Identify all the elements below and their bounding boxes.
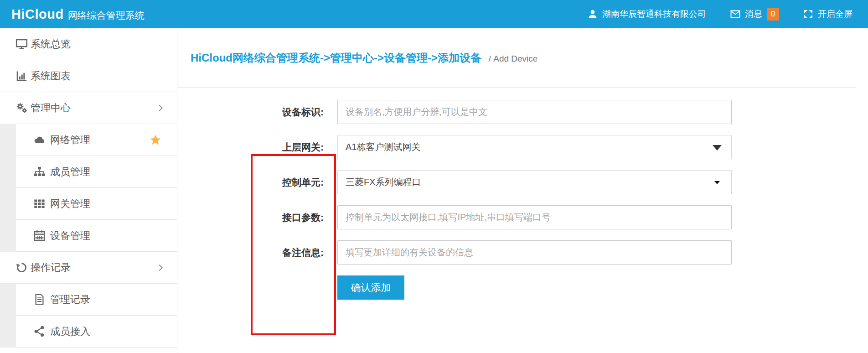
sidebar-item-network-management[interactable]: 网络管理 xyxy=(0,124,177,156)
app-logo[interactable]: HiCloud 网络综合管理系统 xyxy=(0,7,145,22)
header-right-group: 湖南华辰智通科技有限公司 消息 0 开启全屏 xyxy=(563,8,868,21)
fullscreen-icon xyxy=(803,9,814,20)
breadcrumb-suffix: / Add Device xyxy=(489,54,538,63)
share-icon xyxy=(33,325,46,337)
remarks-label: 备注信息: xyxy=(177,246,337,259)
sidebar-item-member-access[interactable]: 成员接入 xyxy=(0,316,177,348)
account-menu[interactable]: 湖南华辰智通科技有限公司 xyxy=(587,8,706,20)
user-icon xyxy=(587,9,598,20)
sidebar-item-label: 设备管理 xyxy=(50,229,90,243)
breadcrumb-bar: HiCloud网络综合管理系统->管理中心->设备管理->添加设备 / Add … xyxy=(177,28,856,88)
interface-params-label: 接口参数: xyxy=(177,211,337,224)
app-title-rest: 网络综合管理系统 xyxy=(68,9,145,22)
breadcrumb[interactable]: HiCloud网络综合管理系统->管理中心->设备管理->添加设备 / Add … xyxy=(191,51,537,65)
sidebar-item-label: 系统总览 xyxy=(31,37,71,51)
sidebar-item-label: 管理中心 xyxy=(31,101,71,115)
fullscreen-label: 开启全屏 xyxy=(818,8,852,20)
chevron-down-icon xyxy=(713,145,722,151)
sidebar-item-admin-center[interactable]: 管理中心 xyxy=(0,92,177,124)
device-id-label: 设备标识: xyxy=(177,106,337,119)
form-row-upper-gateway: 上层网关: A1栋客户测试网关 xyxy=(177,135,868,159)
star-icon[interactable] xyxy=(150,134,161,146)
sidebar-item-gateway-management[interactable]: 网关管理 xyxy=(0,188,177,220)
cloud-icon xyxy=(33,134,46,146)
company-name: 湖南华辰智通科技有限公司 xyxy=(602,8,706,20)
message-count-badge: 0 xyxy=(767,8,779,21)
bar-chart-icon xyxy=(16,70,28,82)
sidebar-item-operation-records[interactable]: 操作记录 xyxy=(0,252,177,284)
sidebar-item-label: 网络管理 xyxy=(50,133,90,147)
app-title-bold: HiCloud xyxy=(11,7,64,22)
form-row-control-unit: 控制单元: 三菱FX系列编程口 xyxy=(177,170,868,194)
history-icon xyxy=(16,261,28,274)
control-unit-value: 三菱FX系列编程口 xyxy=(346,176,421,188)
remarks-input[interactable] xyxy=(337,240,732,265)
submit-row: 确认添加 xyxy=(337,275,868,300)
sidebar-item-label: 管理记录 xyxy=(50,293,90,306)
chevron-right-icon xyxy=(156,263,165,272)
chevron-down-icon xyxy=(714,181,720,184)
sidebar-item-label: 成员接入 xyxy=(50,325,90,338)
messages-label: 消息 xyxy=(745,8,762,20)
sidebar-item-system-overview[interactable]: 系统总览 xyxy=(0,28,177,60)
sidebar-item-label: 操作记录 xyxy=(31,261,71,275)
sidebar-item-device-management[interactable]: 设备管理 xyxy=(0,220,177,252)
chevron-right-icon xyxy=(156,104,165,113)
sidebar: 系统总览 系统图表 xyxy=(0,28,177,353)
sidebar-item-member-management[interactable]: 成员管理 xyxy=(0,156,177,188)
control-unit-select[interactable]: 三菱FX系列编程口 xyxy=(337,170,732,194)
form-row-device-id: 设备标识: xyxy=(177,100,868,124)
sidebar-item-system-charts[interactable]: 系统图表 xyxy=(0,60,177,92)
add-device-form: 设备标识: 上层网关: A1栋客户测试网关 控制单元: xyxy=(177,88,868,300)
upper-gateway-label: 上层网关: xyxy=(177,141,337,154)
top-header: HiCloud 网络综合管理系统 湖南华辰智通科技有限公司 消息 0 xyxy=(0,0,868,28)
calendar-icon xyxy=(33,229,46,242)
device-id-input[interactable] xyxy=(337,100,732,124)
gears-icon xyxy=(16,102,28,114)
form-row-remarks: 备注信息: xyxy=(177,240,868,265)
upper-gateway-select[interactable]: A1栋客户测试网关 xyxy=(337,135,732,159)
breadcrumb-path: HiCloud网络综合管理系统->管理中心->设备管理->添加设备 xyxy=(191,52,481,64)
monitor-icon xyxy=(16,38,28,50)
upper-gateway-value: A1栋客户测试网关 xyxy=(346,141,420,153)
envelope-icon xyxy=(730,9,741,20)
confirm-add-button[interactable]: 确认添加 xyxy=(337,275,404,300)
form-row-interface-params: 接口参数: xyxy=(177,205,868,229)
sitemap-icon xyxy=(33,166,46,178)
messages-button[interactable]: 消息 0 xyxy=(730,8,779,21)
sidebar-item-label: 系统图表 xyxy=(31,69,71,83)
interface-params-input[interactable] xyxy=(337,205,732,229)
fullscreen-button[interactable]: 开启全屏 xyxy=(803,8,852,20)
sidebar-item-label: 成员管理 xyxy=(50,165,90,179)
sidebar-item-admin-records[interactable]: 管理记录 xyxy=(0,284,177,316)
sidebar-item-label: 网关管理 xyxy=(50,197,90,211)
control-unit-label: 控制单元: xyxy=(177,176,337,189)
grid-icon xyxy=(33,197,46,210)
main-content: HiCloud网络综合管理系统->管理中心->设备管理->添加设备 / Add … xyxy=(177,28,868,353)
document-icon xyxy=(33,293,46,306)
